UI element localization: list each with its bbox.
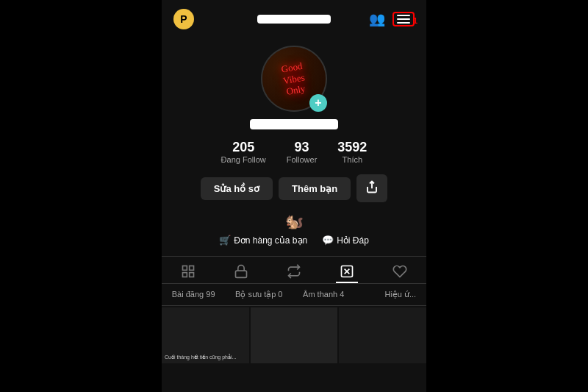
svg-rect-4: [190, 273, 194, 277]
profile-section: GoodVibesOnly + 205 Đang Follow 93 Follo…: [162, 38, 426, 256]
p-logo: P: [173, 9, 194, 29]
username-title: [257, 15, 331, 24]
character-icon: 🐿️: [285, 213, 304, 230]
neon-logo: GoodVibesOnly: [280, 60, 307, 97]
tab-repost[interactable]: [287, 264, 301, 279]
menu-button[interactable]: [392, 12, 415, 26]
svg-rect-2: [190, 266, 194, 271]
tab-liked[interactable]: [392, 264, 407, 279]
svg-rect-5: [236, 271, 247, 277]
tab-label-collection: Bộ sưu tập 0: [235, 290, 282, 299]
tab-posts[interactable]: [181, 264, 196, 279]
tab-label-posts: Bài đăng 99: [172, 290, 215, 299]
qa-link[interactable]: 💬 Hỏi Đáp: [322, 235, 369, 246]
content-thumb-2[interactable]: [251, 307, 338, 363]
stat-likes[interactable]: 3592 Thích: [337, 140, 367, 164]
tab-private[interactable]: [234, 264, 248, 279]
links-row: 🛒 Đơn hàng của bạn 💬 Hỏi Đáp: [219, 235, 369, 246]
header-right: 👥: [369, 11, 415, 27]
stats-row: 205 Đang Follow 93 Follower 3592 Thích: [173, 140, 415, 164]
people-icon: 👥: [369, 11, 385, 27]
content-thumb-3[interactable]: [339, 307, 426, 363]
svg-rect-1: [183, 266, 187, 271]
add-avatar-button[interactable]: +: [309, 94, 327, 112]
content-caption: Cuối tháng hết tiền cũng phải...: [165, 354, 246, 360]
share-button[interactable]: [356, 174, 387, 202]
tab-label-sounds: Âm thanh 4: [303, 290, 344, 299]
orders-link[interactable]: 🛒 Đơn hàng của bạn: [219, 235, 307, 246]
stat-followers[interactable]: 93 Follower: [287, 140, 318, 164]
add-friend-button[interactable]: Thêm bạn: [279, 177, 351, 200]
edit-profile-button[interactable]: Sửa hồ sơ: [201, 177, 273, 200]
phone-frame: P 👥 1 GoodVibesOnly: [162, 0, 426, 392]
username-bar: [250, 119, 338, 129]
content-thumb-1[interactable]: Cuối tháng hết tiền cũng phải...: [162, 307, 249, 363]
tab-favorites[interactable]: [340, 264, 354, 279]
tab-labels: Bài đăng 99 Bộ sưu tập 0 Âm thanh 4 Hiệu…: [162, 284, 426, 306]
qa-icon: 💬: [322, 235, 334, 246]
tab-label-effects: Hiệu ứ...: [384, 290, 416, 299]
cart-icon: 🛒: [219, 235, 231, 246]
content-area: Cuối tháng hết tiền cũng phải...: [162, 306, 426, 365]
notification-badge: 1: [413, 16, 417, 25]
svg-rect-3: [183, 273, 187, 277]
action-row: Sửa hồ sơ Thêm bạn: [201, 174, 387, 202]
stat-following[interactable]: 205 Đang Follow: [221, 140, 266, 164]
header: P 👥: [162, 0, 426, 38]
avatar-container: GoodVibesOnly +: [261, 46, 327, 112]
tab-bar: [162, 256, 426, 284]
